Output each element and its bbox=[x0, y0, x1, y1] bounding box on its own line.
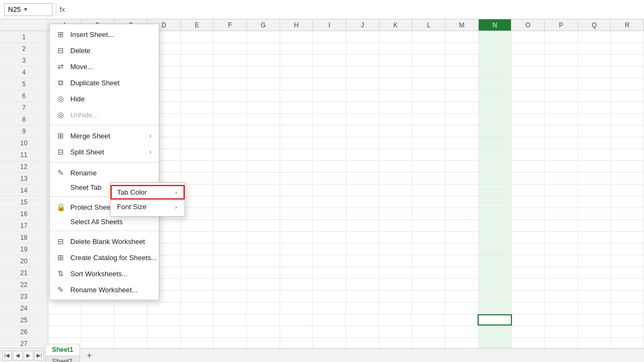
cell-M2[interactable] bbox=[445, 43, 479, 54]
cell-Q16[interactable] bbox=[578, 208, 611, 219]
cell-E20[interactable] bbox=[181, 255, 214, 267]
cell-N13[interactable] bbox=[479, 173, 512, 184]
cell-Q5[interactable] bbox=[578, 78, 611, 90]
cell-R13[interactable] bbox=[611, 173, 644, 184]
cell-J9[interactable] bbox=[346, 125, 379, 137]
cell-J25[interactable] bbox=[346, 314, 379, 326]
cell-J7[interactable] bbox=[346, 102, 379, 113]
cell-A26[interactable] bbox=[48, 326, 82, 337]
cell-N14[interactable] bbox=[479, 184, 512, 196]
cell-E1[interactable] bbox=[181, 31, 214, 42]
cell-A25[interactable] bbox=[48, 314, 82, 326]
cell-I16[interactable] bbox=[313, 208, 346, 219]
cell-R26[interactable] bbox=[611, 326, 644, 337]
cell-K4[interactable] bbox=[379, 67, 413, 78]
col-header-M[interactable]: M bbox=[445, 19, 479, 31]
cell-O26[interactable] bbox=[511, 326, 545, 337]
cell-R11[interactable] bbox=[611, 149, 644, 160]
cell-L4[interactable] bbox=[412, 67, 445, 78]
cell-F2[interactable] bbox=[214, 43, 247, 54]
cell-P17[interactable] bbox=[545, 220, 578, 231]
menu-item-select-all-sheets[interactable]: Select All Sheets bbox=[50, 215, 159, 228]
cell-G18[interactable] bbox=[247, 232, 280, 243]
cell-R17[interactable] bbox=[611, 220, 644, 231]
cell-N8[interactable] bbox=[479, 114, 512, 125]
cell-L26[interactable] bbox=[412, 326, 445, 337]
cell-F22[interactable] bbox=[214, 279, 247, 290]
cell-M4[interactable] bbox=[445, 67, 479, 78]
cell-I11[interactable] bbox=[313, 149, 346, 160]
cell-M21[interactable] bbox=[445, 267, 479, 278]
cell-E9[interactable] bbox=[181, 125, 214, 137]
cell-R21[interactable] bbox=[611, 267, 644, 278]
cell-J3[interactable] bbox=[346, 55, 379, 66]
cell-L20[interactable] bbox=[412, 255, 445, 267]
menu-item-delete[interactable]: ⊟Delete bbox=[50, 42, 159, 58]
cell-M10[interactable] bbox=[445, 137, 479, 149]
cell-M3[interactable] bbox=[445, 55, 479, 66]
cell-J16[interactable] bbox=[346, 208, 379, 219]
cell-K26[interactable] bbox=[379, 326, 413, 337]
cell-E11[interactable] bbox=[181, 149, 214, 160]
cell-J26[interactable] bbox=[346, 326, 379, 337]
cell-H19[interactable] bbox=[280, 243, 313, 255]
cell-E22[interactable] bbox=[181, 279, 214, 290]
col-header-P[interactable]: P bbox=[545, 19, 578, 31]
cell-M1[interactable] bbox=[445, 31, 479, 42]
cell-P16[interactable] bbox=[545, 208, 578, 219]
cell-G3[interactable] bbox=[247, 55, 280, 66]
cell-G24[interactable] bbox=[247, 302, 280, 314]
cell-F21[interactable] bbox=[214, 267, 247, 278]
cell-I14[interactable] bbox=[313, 184, 346, 196]
cell-F15[interactable] bbox=[214, 196, 247, 208]
cell-J20[interactable] bbox=[346, 255, 379, 267]
cell-H18[interactable] bbox=[280, 232, 313, 243]
cell-I5[interactable] bbox=[313, 78, 346, 90]
cell-N15[interactable] bbox=[479, 196, 512, 208]
cell-I19[interactable] bbox=[313, 243, 346, 255]
cell-P14[interactable] bbox=[545, 184, 578, 196]
cell-Q15[interactable] bbox=[578, 196, 611, 208]
cell-B25[interactable] bbox=[82, 314, 115, 326]
cell-F13[interactable] bbox=[214, 173, 247, 184]
cell-R7[interactable] bbox=[611, 102, 644, 113]
cell-C26[interactable] bbox=[114, 326, 148, 337]
cell-E3[interactable] bbox=[181, 55, 214, 66]
cell-L11[interactable] bbox=[412, 149, 445, 160]
cell-R16[interactable] bbox=[611, 208, 644, 219]
cell-N19[interactable] bbox=[479, 243, 512, 255]
col-header-L[interactable]: L bbox=[412, 19, 445, 31]
cell-K12[interactable] bbox=[379, 161, 413, 172]
cell-O4[interactable] bbox=[511, 67, 545, 78]
cell-H14[interactable] bbox=[280, 184, 313, 196]
cell-M19[interactable] bbox=[445, 243, 479, 255]
cell-H8[interactable] bbox=[280, 114, 313, 125]
cell-E8[interactable] bbox=[181, 114, 214, 125]
cell-F10[interactable] bbox=[214, 137, 247, 149]
cell-B26[interactable] bbox=[82, 326, 115, 337]
cell-E12[interactable] bbox=[181, 161, 214, 172]
cell-H16[interactable] bbox=[280, 208, 313, 219]
cell-K6[interactable] bbox=[379, 90, 413, 101]
cell-R24[interactable] bbox=[611, 302, 644, 314]
cell-F12[interactable] bbox=[214, 161, 247, 172]
cell-M15[interactable] bbox=[445, 196, 479, 208]
cell-L3[interactable] bbox=[412, 55, 445, 66]
cell-P5[interactable] bbox=[545, 78, 578, 90]
cell-N2[interactable] bbox=[479, 43, 512, 54]
cell-K9[interactable] bbox=[379, 125, 413, 137]
cell-R20[interactable] bbox=[611, 255, 644, 267]
cell-F16[interactable] bbox=[214, 208, 247, 219]
cell-J21[interactable] bbox=[346, 267, 379, 278]
cell-I2[interactable] bbox=[313, 43, 346, 54]
cell-N24[interactable] bbox=[479, 302, 512, 314]
cell-J19[interactable] bbox=[346, 243, 379, 255]
cell-J1[interactable] bbox=[346, 31, 379, 42]
cell-L7[interactable] bbox=[412, 102, 445, 113]
cell-K16[interactable] bbox=[379, 208, 413, 219]
cell-J10[interactable] bbox=[346, 137, 379, 149]
cell-D25[interactable] bbox=[148, 314, 181, 326]
cell-K27[interactable] bbox=[379, 338, 413, 348]
cell-R12[interactable] bbox=[611, 161, 644, 172]
cell-J17[interactable] bbox=[346, 220, 379, 231]
